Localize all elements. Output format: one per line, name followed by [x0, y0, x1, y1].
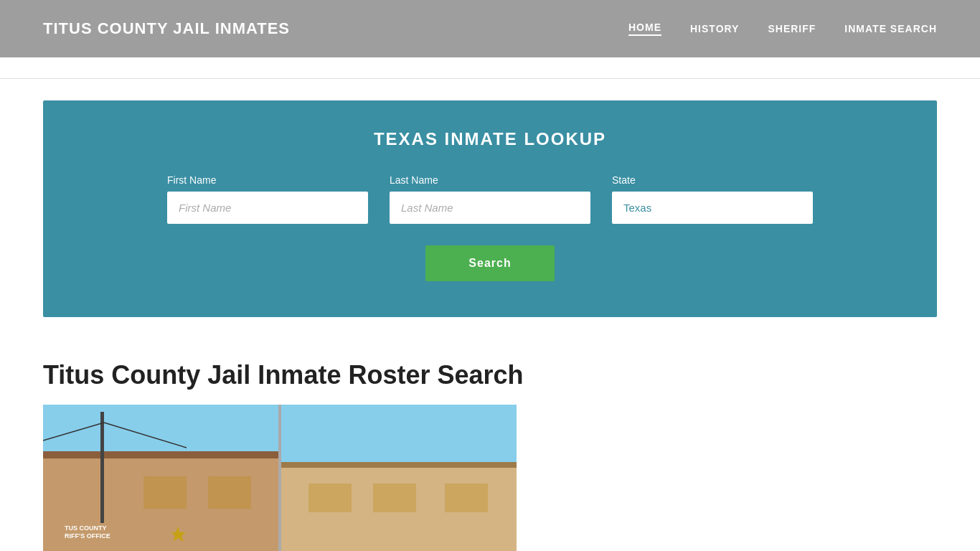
svg-text:TUS COUNTY: TUS COUNTY	[65, 524, 107, 532]
svg-rect-2	[43, 451, 278, 458]
search-form-row: First Name Last Name State	[86, 174, 894, 224]
first-name-input[interactable]	[167, 192, 368, 224]
search-section: TEXAS INMATE LOOKUP First Name Last Name…	[43, 100, 937, 317]
state-input[interactable]	[612, 192, 813, 224]
search-section-title: TEXAS INMATE LOOKUP	[86, 129, 894, 149]
nav-home[interactable]: HOME	[628, 22, 661, 36]
content-section: Titus County Jail Inmate Roster Search	[0, 339, 980, 551]
building-svg: TUS COUNTY RIFF'S OFFICE	[43, 405, 517, 551]
last-name-input[interactable]	[390, 192, 590, 224]
svg-rect-5	[278, 405, 281, 551]
svg-rect-6	[100, 412, 104, 523]
nav-inmate-search[interactable]: INMATE SEARCH	[844, 23, 937, 34]
svg-rect-13	[445, 484, 488, 512]
state-group: State	[612, 174, 813, 224]
last-name-group: Last Name	[390, 174, 590, 224]
main-nav: HOME HISTORY SHERIFF INMATE SEARCH	[628, 22, 937, 36]
site-title: TITUS COUNTY JAIL INMATES	[43, 19, 290, 38]
search-button-row: Search	[86, 245, 894, 281]
site-header: TITUS COUNTY JAIL INMATES HOME HISTORY S…	[0, 0, 980, 57]
content-title: Titus County Jail Inmate Roster Search	[43, 360, 937, 390]
nav-sheriff[interactable]: SHERIFF	[768, 23, 816, 34]
svg-rect-12	[373, 484, 416, 512]
first-name-label: First Name	[167, 174, 368, 186]
building-image: TUS COUNTY RIFF'S OFFICE	[43, 405, 517, 551]
svg-rect-4	[281, 462, 517, 468]
nav-history[interactable]: HISTORY	[690, 23, 739, 34]
last-name-label: Last Name	[390, 174, 590, 186]
svg-text:RIFF'S OFFICE: RIFF'S OFFICE	[65, 532, 110, 540]
state-label: State	[612, 174, 813, 186]
svg-rect-11	[308, 484, 352, 512]
search-button[interactable]: Search	[425, 245, 554, 281]
svg-rect-9	[143, 476, 187, 509]
sub-header	[0, 57, 980, 79]
svg-rect-10	[208, 476, 251, 509]
first-name-group: First Name	[167, 174, 368, 224]
